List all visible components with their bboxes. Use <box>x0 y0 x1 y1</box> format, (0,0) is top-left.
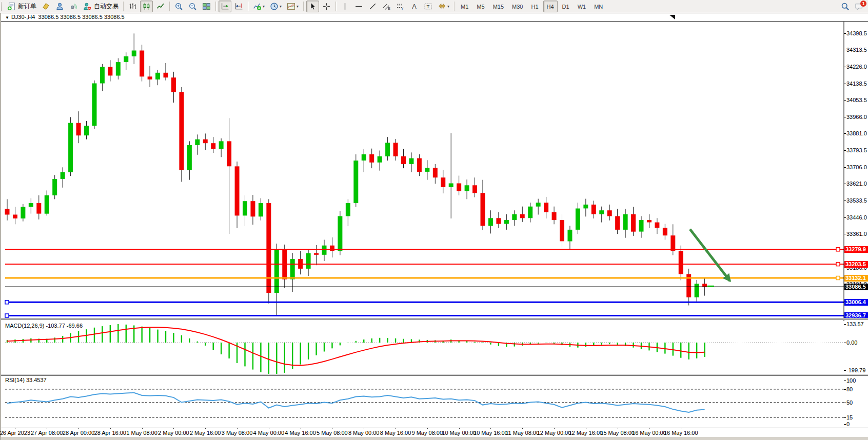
time-axis-tick <box>554 428 555 429</box>
text-label-icon: T <box>424 2 432 11</box>
timeframe-label: M15 <box>491 4 505 10</box>
time-axis-tick <box>301 428 301 429</box>
auto-trading-button[interactable]: 自动交易 <box>81 1 121 12</box>
zoom-in-button[interactable] <box>172 1 185 12</box>
chart-shift-button[interactable] <box>232 1 245 12</box>
chart-shift-icon <box>234 2 243 11</box>
time-axis-label: 8 May 16:00 <box>380 430 411 436</box>
signals-button[interactable] <box>67 1 80 12</box>
toolbar-separator <box>454 2 455 11</box>
time-axis-label: 27 Apr 08:00 <box>31 430 63 436</box>
tf-m15[interactable]: M15 <box>489 1 507 12</box>
search-button[interactable] <box>839 1 852 12</box>
tf-m30[interactable]: M30 <box>508 1 526 12</box>
time-axis-tick <box>427 428 428 429</box>
time-axis-tick <box>522 428 523 429</box>
time-axis-tick <box>490 428 491 429</box>
time-axis-tick <box>47 428 47 429</box>
timeframe-label: D1 <box>561 4 571 10</box>
tf-w1[interactable]: W1 <box>574 1 590 12</box>
rsi-pane[interactable] <box>1 13 868 429</box>
toolbar-separator <box>169 2 170 11</box>
time-axis-tick <box>649 428 649 429</box>
fibonacci-button[interactable]: F <box>394 1 407 12</box>
toolbar-grip <box>1 2 3 11</box>
line-chart-button[interactable] <box>154 1 167 12</box>
rsi-axis-label: 50 <box>846 399 853 406</box>
broadcast-icon <box>69 2 78 11</box>
horizontal-line-button[interactable] <box>352 1 365 12</box>
tf-h4[interactable]: H4 <box>543 1 558 12</box>
status-strip <box>1 437 868 440</box>
indicators-button[interactable]: ▾ <box>251 1 267 12</box>
time-axis-label: 2 May 00:00 <box>158 430 189 436</box>
svg-text:F: F <box>402 7 404 11</box>
time-axis-label: 16 May 00:00 <box>632 430 666 436</box>
hline-icon <box>354 2 363 11</box>
profile-button[interactable] <box>53 1 66 12</box>
timeframe-label: M1 <box>459 4 470 10</box>
chart-window[interactable]: ▼DJ30-,H4 33086.5 33086.5 33086.5 33086.… <box>0 13 868 440</box>
toolbar-separator <box>248 2 248 11</box>
dropdown-arrow-icon[interactable]: ▾ <box>297 4 299 9</box>
time-axis-label: 28 Apr 00:00 <box>63 430 94 436</box>
bar-chart-button[interactable] <box>126 1 139 12</box>
market-watch-button[interactable] <box>40 1 52 12</box>
svg-text:T: T <box>427 4 430 9</box>
text-label-button[interactable]: T <box>422 1 435 12</box>
time-axis-tick <box>269 428 269 429</box>
tf-m5[interactable]: M5 <box>473 1 488 12</box>
candle-chart-button[interactable] <box>140 1 153 12</box>
zoom-out-button[interactable] <box>186 1 199 12</box>
autotrade-icon <box>83 2 92 11</box>
time-axis-tick <box>586 428 586 429</box>
channel-button[interactable]: E <box>380 1 393 12</box>
crosshair-button[interactable] <box>320 1 333 12</box>
time-axis-label: 26 Apr 2023 <box>0 430 30 436</box>
chat-button[interactable]: 1 <box>853 1 865 12</box>
new-order-button[interactable]: 新订单 <box>5 1 38 12</box>
time-axis-tick <box>205 428 206 429</box>
time-axis-tick <box>681 428 681 429</box>
rsi-axis-tick <box>844 389 846 390</box>
tf-h1[interactable]: H1 <box>527 1 542 12</box>
rsi-axis-tick <box>844 417 846 418</box>
time-axis-label: 11 May 08:00 <box>505 430 539 436</box>
toolbar-separator <box>336 2 336 11</box>
time-axis-label: 9 May 08:00 <box>412 430 443 436</box>
timeframe-label: H1 <box>529 4 540 10</box>
timeframe-label: M5 <box>475 4 486 10</box>
periods-button[interactable]: ▾ <box>268 1 284 12</box>
dropdown-arrow-icon[interactable]: ▾ <box>280 4 282 9</box>
toolbar-right: 1 <box>838 1 866 12</box>
dropdown-arrow-icon[interactable]: ▾ <box>263 4 265 9</box>
tf-d1[interactable]: D1 <box>559 1 573 12</box>
trendline-icon <box>368 2 377 11</box>
time-axis-label: 10 May 00:00 <box>442 430 476 436</box>
rsi-axis-tick <box>844 424 846 425</box>
templates-button[interactable]: ▾ <box>285 1 301 12</box>
time-axis-label: 10 May 16:00 <box>474 430 508 436</box>
arrows-icon <box>438 2 446 11</box>
tf-m1[interactable]: M1 <box>457 1 472 12</box>
candle-chart-icon <box>142 2 151 11</box>
timeframe-label: H4 <box>545 4 556 10</box>
time-axis-label: 8 May 00:00 <box>348 430 380 436</box>
vertical-line-button[interactable] <box>339 1 351 12</box>
svg-text:E: E <box>388 7 390 10</box>
time-axis-label: 5 May 08:00 <box>317 430 348 436</box>
tile-windows-button[interactable] <box>200 1 213 12</box>
rsi-axis-tick <box>844 403 846 403</box>
crosshair-icon <box>322 2 331 11</box>
rsi-axis-label: 15 <box>846 414 853 421</box>
arrows-button[interactable]: ▾ <box>436 1 451 12</box>
cursor-button[interactable] <box>306 1 319 12</box>
auto-scroll-button[interactable] <box>219 1 231 12</box>
text-button[interactable]: A <box>408 1 421 12</box>
time-axis-label: 28 Apr 16:00 <box>94 430 126 436</box>
tf-mn[interactable]: MN <box>590 1 606 12</box>
rsi-line <box>7 393 705 412</box>
dropdown-arrow-icon[interactable]: ▾ <box>447 4 449 9</box>
trendline-button[interactable] <box>366 1 379 12</box>
time-axis-label: 4 May 00:00 <box>253 430 285 436</box>
